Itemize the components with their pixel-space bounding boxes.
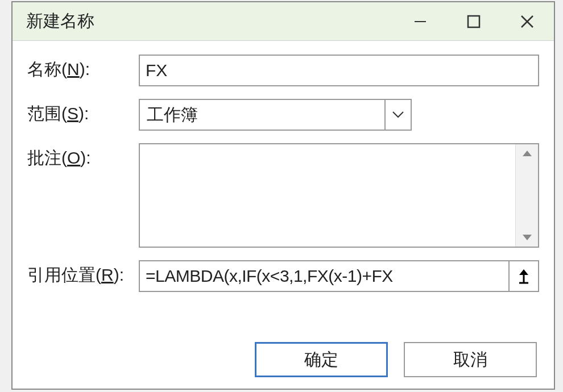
dialog-content: 名称(N): 范围(S): 工作簿 批注(O): xyxy=(13,41,554,389)
scroll-up-icon xyxy=(522,150,532,157)
reference-row: 引用位置(R): xyxy=(27,260,539,292)
maximize-button[interactable] xyxy=(447,2,500,40)
chevron-down-icon xyxy=(384,99,412,131)
name-input[interactable] xyxy=(139,55,539,86)
svg-marker-7 xyxy=(519,269,528,275)
scrollbar[interactable] xyxy=(515,144,538,247)
maximize-icon xyxy=(466,14,481,29)
comment-textarea[interactable] xyxy=(140,144,515,247)
svg-rect-1 xyxy=(468,16,479,27)
comment-label: 批注(O): xyxy=(27,143,139,170)
name-label: 名称(N): xyxy=(27,55,139,81)
name-row: 名称(N): xyxy=(27,55,539,86)
button-row: 确定 取消 xyxy=(27,342,539,377)
minimize-icon xyxy=(412,14,428,30)
minimize-button[interactable] xyxy=(394,2,447,40)
scope-label: 范围(S): xyxy=(27,99,139,126)
scope-select[interactable]: 工作簿 xyxy=(139,99,412,131)
dialog-title: 新建名称 xyxy=(26,10,394,33)
titlebar: 新建名称 xyxy=(13,2,554,41)
cancel-button[interactable]: 取消 xyxy=(404,342,537,377)
ok-button[interactable]: 确定 xyxy=(255,342,388,377)
comment-textarea-wrap xyxy=(139,143,539,248)
scroll-down-icon xyxy=(522,234,532,241)
comment-row: 批注(O): xyxy=(27,143,539,248)
window-controls xyxy=(394,2,554,40)
close-icon xyxy=(519,14,535,30)
svg-marker-4 xyxy=(523,151,532,156)
scope-value: 工作簿 xyxy=(139,99,412,131)
collapse-icon xyxy=(517,268,531,284)
scope-row: 范围(S): 工作簿 xyxy=(27,99,539,131)
reference-input[interactable] xyxy=(139,260,510,292)
range-picker-button[interactable] xyxy=(510,260,539,292)
close-button[interactable] xyxy=(500,2,554,40)
svg-marker-5 xyxy=(523,235,532,240)
reference-label: 引用位置(R): xyxy=(27,260,139,287)
new-name-dialog: 新建名称 名称(N): 范围(S): 工作簿 xyxy=(11,1,555,390)
